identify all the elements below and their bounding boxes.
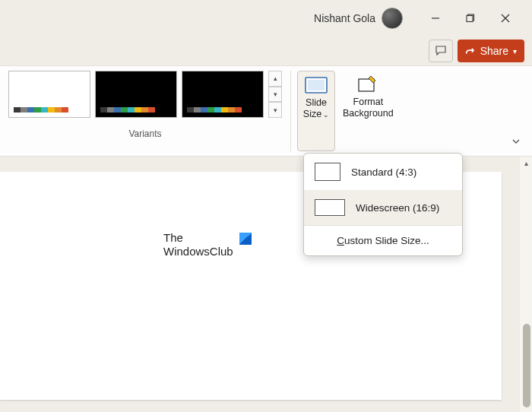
ribbon-collapse-button[interactable] [511, 136, 521, 150]
scrollbar-thumb[interactable] [523, 324, 530, 407]
ribbon: ▴ ▾ ▾ Variants Slide Size⌄ Format Backgr… [0, 65, 532, 157]
menu-item-label: Standard (4:3) [351, 166, 416, 178]
color-swatch [41, 107, 48, 113]
user-avatar [382, 8, 403, 29]
format-background-button[interactable]: Format Background [338, 71, 398, 151]
color-swatch [135, 107, 141, 113]
logo-line-1: The [163, 231, 183, 244]
gallery-more-button[interactable]: ▾ [268, 102, 282, 118]
color-swatch [55, 107, 62, 113]
color-swatch [114, 107, 121, 113]
scroll-up-icon: ▴ [520, 157, 532, 169]
account-button[interactable]: Nishant Gola [314, 8, 403, 29]
share-button[interactable]: Share ▾ [458, 40, 524, 62]
color-swatch [62, 107, 68, 113]
menu-item-custom-size[interactable]: Custom Slide Size... [304, 226, 462, 255]
color-swatch [107, 107, 114, 113]
menu-item-standard[interactable]: Standard (4:3) [304, 154, 462, 190]
chevron-down-icon: ▾ [513, 47, 517, 55]
color-swatch [100, 107, 107, 113]
variant-thumbnail[interactable] [8, 71, 90, 118]
format-bg-label-1: Format [353, 97, 384, 107]
chevron-down-icon: ⌄ [323, 111, 329, 119]
svg-rect-6 [308, 80, 325, 90]
color-swatch [207, 107, 214, 113]
color-swatch [21, 107, 27, 113]
variants-gallery-controls: ▴ ▾ ▾ [268, 71, 282, 118]
windowsclub-flag-icon [239, 233, 252, 245]
comments-button[interactable] [429, 40, 453, 62]
svg-rect-2 [467, 16, 473, 22]
color-swatch [141, 107, 148, 113]
menu-item-label: ustom Slide Size... [344, 235, 429, 246]
logo-line-2: WindowsClub [163, 245, 233, 258]
color-swatch [221, 107, 228, 113]
variant-swatches [187, 107, 242, 113]
color-swatch [228, 107, 235, 113]
variant-swatches [14, 107, 68, 113]
variant-thumbnail[interactable] [182, 71, 264, 118]
variants-group: ▴ ▾ ▾ Variants [0, 66, 290, 156]
customize-group: Slide Size⌄ Format Background [291, 66, 404, 156]
gallery-up-button[interactable]: ▴ [268, 71, 282, 87]
user-name: Nishant Gola [314, 12, 375, 24]
color-swatch [214, 107, 221, 113]
maximize-button[interactable] [453, 6, 488, 30]
color-swatch [128, 107, 135, 113]
color-swatch [14, 107, 21, 113]
slide-size-label-1: Slide [306, 97, 327, 108]
slide-size-icon [304, 74, 328, 96]
color-swatch [201, 107, 207, 113]
color-swatch [27, 107, 34, 113]
variant-thumbnail[interactable] [95, 71, 177, 118]
close-button[interactable] [488, 6, 523, 30]
share-row: Share ▾ [0, 36, 532, 65]
color-swatch [48, 107, 55, 113]
menu-item-label: Widescreen (16:9) [356, 202, 439, 214]
color-swatch [34, 107, 41, 113]
slide-size-button[interactable]: Slide Size⌄ [297, 71, 335, 151]
gallery-down-button[interactable]: ▾ [268, 87, 282, 103]
color-swatch [187, 107, 194, 113]
minimize-button[interactable] [418, 6, 453, 30]
slide-size-menu: Standard (4:3) Widescreen (16:9) Custom … [303, 153, 463, 256]
vertical-scrollbar[interactable]: ▴ [520, 157, 532, 412]
color-swatch [148, 107, 155, 113]
color-swatch [194, 107, 201, 113]
aspect-4-3-icon [315, 163, 340, 181]
format-background-icon [356, 74, 380, 95]
menu-item-widescreen[interactable]: Widescreen (16:9) [304, 190, 462, 225]
variant-swatches [100, 107, 155, 113]
color-swatch [121, 107, 128, 113]
title-bar: Nishant Gola [0, 0, 532, 36]
slide-content-logo: The WindowsClub [163, 231, 252, 258]
format-bg-label-2: Background [343, 108, 394, 119]
variants-group-label: Variants [128, 128, 161, 139]
share-label: Share [480, 45, 508, 57]
aspect-16-9-icon [315, 199, 345, 216]
slide-size-label-2: Size [303, 109, 321, 119]
color-swatch [235, 107, 242, 113]
